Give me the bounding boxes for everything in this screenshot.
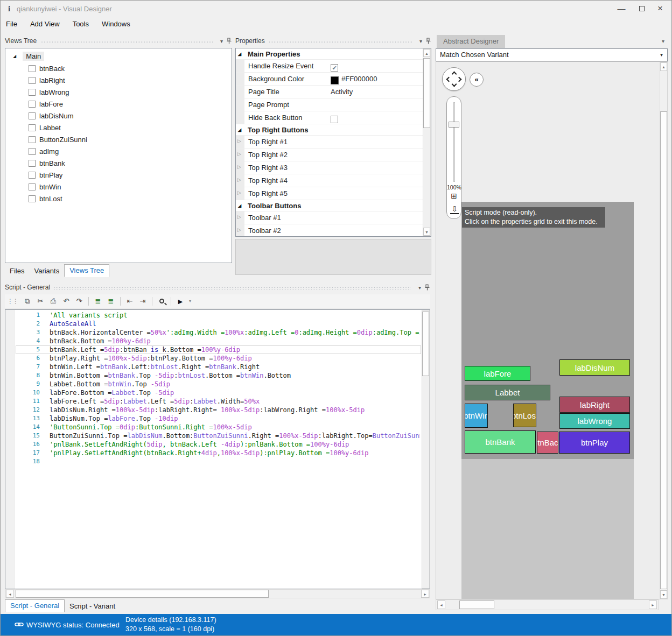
designer-view-labWrong[interactable]: labWrong [559, 413, 630, 429]
tree-item-Labbet[interactable]: Labbet [29, 122, 61, 133]
pan-left-icon[interactable] [446, 77, 452, 82]
code-line[interactable]: 11labFore.Left =5dip:Labbet.Left =5dip:L… [5, 397, 430, 406]
variant-mode-select[interactable]: Match Chosen Variant ▾ [436, 48, 668, 61]
scrollbar-thumb[interactable] [660, 111, 667, 589]
tree-item-labRight[interactable]: labRight [29, 75, 65, 86]
cut-icon[interactable]: ✂ [35, 296, 46, 307]
property-category[interactable]: ◢Main Properties [236, 48, 423, 60]
expanded-icon[interactable]: ◢ [13, 54, 16, 59]
tree-item-ButtonZuiSunni[interactable]: ButtonZuiSunni [29, 134, 87, 145]
toolbar-grip-icon[interactable]: ⋮⋮ [7, 298, 18, 305]
chevron-down-icon[interactable]: ▾ [662, 38, 664, 44]
property-row-top-right-1[interactable]: ▷Top Right #1 [236, 136, 423, 149]
property-row-page-title[interactable]: Page TitleActivity [236, 86, 423, 98]
color-swatch[interactable] [331, 76, 339, 84]
tree-item-checkbox[interactable] [29, 172, 36, 179]
collapsed-icon[interactable]: ▷ [237, 214, 241, 220]
scrollbar-thumb[interactable] [423, 58, 430, 128]
tree-item-checkbox[interactable] [29, 160, 36, 167]
collapsed-icon[interactable]: ▷ [237, 177, 241, 182]
tree-root-row[interactable]: ◢ Main [13, 51, 44, 61]
scroll-up-icon[interactable]: ▲ [660, 62, 667, 71]
tree-item-checkbox[interactable] [29, 65, 36, 72]
tab-script-variant[interactable]: Script - Variant [65, 600, 120, 612]
code-line[interactable]: 14'ButtonSunni.Top =0dip:ButtonSunni.Rig… [5, 423, 430, 432]
code-line[interactable]: 1'All variants script [5, 311, 430, 320]
designer-view-labFore[interactable]: labFore [465, 366, 530, 381]
designer-hscrollbar[interactable]: ◄ ► [436, 599, 659, 610]
code-line[interactable]: 4btnBack.Bottom =100%y-6dip [5, 337, 430, 345]
designer-view-btnWin[interactable]: btnWin [465, 404, 488, 428]
editor-vscrollbar[interactable] [422, 310, 430, 589]
tree-root-label[interactable]: Main [23, 52, 44, 61]
close-button[interactable]: × [651, 1, 669, 17]
collapsed-icon[interactable]: ▷ [237, 151, 241, 157]
properties-scrollbar[interactable]: ▲ ▼ [423, 48, 431, 236]
tree-item-btnBank[interactable]: btnBank [29, 158, 65, 168]
property-category[interactable]: ◢Top Right Buttons [236, 124, 423, 136]
tab-script-general[interactable]: Script - General [5, 599, 65, 612]
designer-view-Labbet[interactable]: Labbet [465, 385, 550, 400]
code-line[interactable]: 16'pnlBank.SetLeftAndRight(5dip, btnBack… [5, 440, 430, 449]
property-checkbox[interactable] [331, 116, 338, 123]
scroll-down-icon[interactable]: ▼ [423, 228, 430, 236]
code-line[interactable]: 6btnPlay.Right =100%x-5dip:btnPlay.Botto… [5, 354, 430, 363]
code-line[interactable]: 10labFore.Bottom =Labbet.Top -5dip [5, 388, 430, 397]
designer-view-btnBank[interactable]: btnBank [465, 430, 536, 454]
property-row-background-color[interactable]: Background Color#FF000000 [236, 73, 423, 86]
menu-item-windows[interactable]: Windows [102, 20, 130, 32]
expanded-icon[interactable]: ◢ [238, 124, 241, 136]
tree-item-btnPlay[interactable]: btnPlay [29, 169, 62, 180]
menu-item-add-view[interactable]: Add View [30, 20, 60, 32]
scroll-down-icon[interactable]: ▼ [660, 590, 667, 599]
paste-icon[interactable]: ⎙ [48, 296, 59, 307]
code-line[interactable]: 8btnWin.Bottom =btnBank.Top -5dip:btnLos… [5, 371, 430, 380]
pin-icon[interactable] [424, 284, 430, 291]
scroll-up-icon[interactable]: ▲ [423, 49, 430, 57]
collapsed-icon[interactable]: ▷ [237, 164, 241, 169]
chevron-down-icon[interactable]: ▾ [418, 285, 421, 291]
pin-icon[interactable] [226, 38, 232, 44]
tab-variants[interactable]: Variants [29, 265, 64, 277]
property-row-toolbar-2[interactable]: ▷Toolbar #2 [236, 224, 423, 237]
tree-item-labWrong[interactable]: labWrong [29, 87, 69, 97]
property-row-page-prompt[interactable]: Page Prompt [236, 98, 423, 111]
undo-icon[interactable]: ↶ [61, 296, 72, 307]
designer-vscrollbar[interactable]: ▲ ▼ [660, 62, 668, 599]
property-value[interactable]: Activity [331, 86, 414, 98]
menu-item-file[interactable]: File [6, 20, 17, 32]
designer-view-btnLost[interactable]: btnLost [513, 404, 536, 427]
tree-item-adImg[interactable]: adImg [29, 146, 59, 157]
toolbar-overflow-icon[interactable]: ▾ [189, 299, 191, 303]
pan-right-icon[interactable] [457, 77, 462, 82]
tree-item-checkbox[interactable] [29, 89, 36, 96]
code-line[interactable]: 17'pnlPlay.SetLeftAndRight(btnBack.Right… [5, 449, 430, 457]
property-row-hide-back-button[interactable]: Hide Back Button [236, 111, 423, 124]
tree-item-checkbox[interactable] [29, 124, 36, 131]
property-value[interactable]: ✔ [331, 60, 414, 72]
comment-icon[interactable]: ≣ [93, 296, 103, 307]
code-line[interactable]: 9Labbet.Bottom =btnWin.Top -5dip [5, 380, 430, 388]
scrollbar-thumb[interactable] [16, 590, 269, 598]
code-line[interactable]: 7btnWin.Left =btnBank.Left:btnLost.Right… [5, 363, 430, 371]
expanded-icon[interactable]: ◢ [238, 48, 241, 60]
scroll-right-icon[interactable]: ► [649, 600, 657, 609]
minimize-button[interactable]: — [612, 1, 631, 17]
designer-canvas[interactable]: labForelabDisNumLabbetbtnWinbtnLostlabRi… [436, 61, 668, 599]
tree-item-labFore[interactable]: labFore [29, 98, 63, 109]
code-line[interactable]: 15ButtonZuiSunni.Top =labDisNum.Bottom:B… [5, 432, 430, 440]
scroll-left-icon[interactable]: ◄ [6, 590, 14, 598]
property-value[interactable] [331, 111, 414, 124]
tree-item-checkbox[interactable] [29, 136, 36, 143]
scroll-left-icon[interactable]: ◄ [437, 600, 445, 609]
code-line[interactable]: 18 [5, 457, 430, 466]
find-icon[interactable] [156, 296, 167, 307]
tree-item-btnBack[interactable]: btnBack [29, 63, 65, 74]
pan-up-icon[interactable] [452, 72, 457, 77]
property-row-top-right-4[interactable]: ▷Top Right #4 [236, 174, 423, 187]
script-editor[interactable]: 1'All variants script2AutoScaleAll3btnBa… [5, 309, 430, 589]
chevron-down-icon[interactable]: ▾ [419, 38, 422, 44]
designer-view-btnBack[interactable]: btnBack [537, 432, 558, 454]
collapsed-icon[interactable]: ▷ [237, 227, 241, 232]
tree-item-btnWin[interactable]: btnWin [29, 181, 61, 192]
